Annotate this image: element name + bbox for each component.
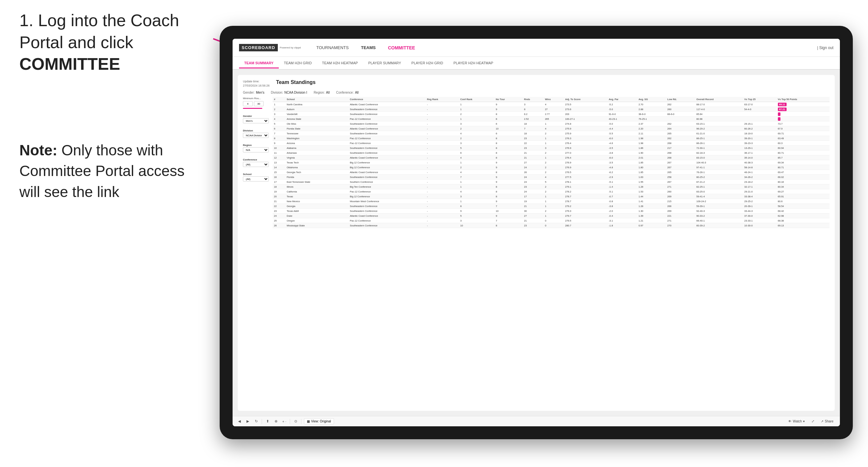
- nav-tournaments[interactable]: TOURNAMENTS: [310, 43, 354, 53]
- min-rou-control: Minimum Rou...: [243, 97, 269, 109]
- filter-section-school: School (All): [243, 173, 269, 182]
- col-rnds: Rnds: [523, 97, 544, 102]
- logo-area: SCOREBOARD Powered by clippd: [239, 44, 301, 51]
- region-select[interactable]: N/A All: [243, 147, 269, 152]
- col-conf-rank: Conf Rank: [459, 97, 495, 102]
- logo: SCOREBOARD: [239, 44, 278, 51]
- left-annotation: 1. Log into the Coach Portal and click C…: [20, 10, 200, 202]
- conference-select[interactable]: (All): [243, 162, 269, 167]
- table-row: 8WashingtonPac-12 Conference-28231276.3-…: [273, 136, 830, 141]
- sub-nav-team-h2h-grid[interactable]: TEAM H2H GRID: [279, 58, 317, 68]
- content-card: Update time: 27/03/2024 16:56:26 Team St…: [238, 75, 835, 411]
- main-content: Update time: 27/03/2024 16:56:26 Team St…: [232, 70, 840, 416]
- toolbar-sep3: [301, 419, 301, 424]
- tablet-screen: SCOREBOARD Powered by clippd TOURNAMENTS…: [232, 39, 840, 426]
- col-conference: Conference: [348, 97, 426, 102]
- filter-section-gender: Gender Men's Women's: [243, 115, 269, 123]
- min-rou-input1[interactable]: [243, 101, 253, 106]
- min-rou-input2[interactable]: [254, 101, 264, 106]
- nav-committee[interactable]: COMMITTEE: [382, 43, 421, 53]
- table-row: 22GeorgiaSoutheastern Conference-8721127…: [273, 204, 830, 209]
- nav-bar: SCOREBOARD Powered by clippd TOURNAMENTS…: [232, 39, 840, 57]
- update-time: Update time: 27/03/2024 16:56:26: [243, 80, 270, 88]
- col-no-tour: No Tour: [495, 97, 523, 102]
- table-row: 1North CarolinaAtlantic Coast Conference…: [273, 102, 830, 107]
- toolbar-share-icon[interactable]: ⬆: [265, 418, 270, 424]
- table-row: 26Mississippi StateSoutheastern Conferen…: [273, 223, 830, 228]
- table-header-row: # School Conference Reg Rank Conf Rank N…: [273, 97, 830, 102]
- table-row: 11ArkansasSoutheastern Conference-682122…: [273, 151, 830, 155]
- table-row: 18IllinoisBig Ten Conference-18232279.1-…: [273, 184, 830, 189]
- table-row: 4Arizona StatePac-12 Conference-182.5226…: [273, 117, 830, 121]
- col-overall-rec: Overall Record: [695, 97, 743, 102]
- card-header: Update time: 27/03/2024 16:56:26 Team St…: [243, 80, 830, 88]
- table-row: 9ArizonaPac-12 Conference-38221276.4-4.6…: [273, 141, 830, 146]
- watch-label: Watch: [793, 419, 802, 423]
- table-row: 13Texas TechBig 12 Conference-19272276.9…: [273, 160, 830, 165]
- toolbar-clock-icon[interactable]: ⊙: [293, 418, 299, 424]
- col-rank: #: [273, 97, 285, 102]
- bottom-toolbar: ◀ ▶ ↻ ⬆ ⊕ + · ⊙ ▦ View: Original 👁 Watch…: [232, 416, 840, 426]
- share-button[interactable]: ↗ Share: [818, 418, 836, 424]
- step-highlight: COMMITTEE: [20, 55, 120, 73]
- sub-nav-player-h2h-heatmap[interactable]: PLAYER H2H HEATMAP: [448, 58, 498, 68]
- card-title: Team Standings: [276, 80, 316, 85]
- view-original-button[interactable]: ▦ View: Original: [304, 418, 334, 424]
- table-row: 19CaliforniaPac-12 Conference-48242278.2…: [273, 189, 830, 194]
- step-text: 1. Log into the Coach Portal and click C…: [20, 10, 200, 75]
- sub-nav-team-h2h-heatmap[interactable]: TEAM H2H HEATMAP: [317, 58, 363, 68]
- step-instruction: Log into the Coach Portal and click: [20, 11, 179, 52]
- toolbar-expand-icon[interactable]: ⤢: [810, 418, 816, 424]
- toolbar-back-icon[interactable]: ◀: [237, 418, 242, 424]
- filter-division: Division: NCAA Division I: [271, 91, 307, 94]
- table-row: 23Texas A&MSoutheastern Conference-91030…: [273, 209, 830, 214]
- nav-teams[interactable]: TEAMS: [355, 43, 381, 53]
- toolbar-reload-icon[interactable]: ↻: [253, 418, 259, 424]
- division-select[interactable]: NCAA Division I NCAA Division II NCAA Di…: [243, 133, 269, 138]
- col-vs-top25: Vs Top 25: [743, 97, 777, 102]
- tablet-device: SCOREBOARD Powered by clippd TOURNAMENTS…: [220, 26, 853, 439]
- sign-out-link[interactable]: | Sign out: [817, 45, 834, 50]
- filter-section-conference: Conference (All): [243, 158, 269, 167]
- col-vs-top50: Vs Top 50 Points: [777, 97, 830, 102]
- toolbar-bookmark-icon[interactable]: ⊕: [273, 418, 279, 424]
- table-row: 25OregonPac-12 Conference-37210279.5-3.1…: [273, 218, 830, 223]
- school-select[interactable]: (All): [243, 176, 269, 182]
- col-school: School: [285, 97, 348, 102]
- slider-track: [243, 108, 262, 109]
- sub-nav: TEAM SUMMARY TEAM H2H GRID TEAM H2H HEAT…: [232, 57, 840, 70]
- sub-nav-player-summary[interactable]: PLAYER SUMMARY: [363, 58, 406, 68]
- toolbar-sep2: [290, 419, 290, 424]
- watch-button[interactable]: 👁 Watch ▾: [786, 418, 807, 424]
- toolbar-plus-icon[interactable]: + ·: [281, 418, 287, 424]
- share-icon: ↗: [821, 419, 824, 423]
- table-row: 2AuburnSoutheastern Conference-19627273.…: [273, 107, 830, 112]
- table-row: 24DukeAtlantic Coast Conference-59271279…: [273, 214, 830, 218]
- filter-gender: Gender: Men's: [243, 91, 265, 94]
- eye-icon: 👁: [788, 419, 792, 423]
- table-row: 3VanderbiltSoutheastern Conference-286.2…: [273, 112, 830, 117]
- table-area: # School Conference Reg Rank Conf Rank N…: [273, 97, 830, 411]
- filters-sidebar: Minimum Rou... Gender Men's: [243, 97, 269, 411]
- table-row: 15Georgia TechAtlantic Coast Conference-…: [273, 170, 830, 175]
- watch-dropdown-icon: ▾: [803, 419, 805, 423]
- table-row: 16FloridaSoutheastern Conference-7924427…: [273, 175, 830, 180]
- sub-nav-player-h2h-grid[interactable]: PLAYER H2H GRID: [406, 58, 448, 68]
- toolbar-right: 👁 Watch ▾ ⤢ ↗ Share: [786, 418, 836, 424]
- note-text: Note: Only those with Committee Portal a…: [20, 140, 200, 202]
- table-row: 5Ole MissSoutheastern Conference-3618127…: [273, 121, 830, 126]
- col-avg-par: Avg. Par: [607, 97, 637, 102]
- filter-region: Region: All: [314, 91, 330, 94]
- nav-items: TOURNAMENTS TEAMS COMMITTEE: [310, 43, 817, 53]
- table-row: 7TennesseeSoutheastern Conference-461822…: [273, 131, 830, 136]
- table-row: 14OklahomaBig 12 Conference-29242276.9-4…: [273, 165, 830, 170]
- col-avg-sg: Avg. SG: [637, 97, 666, 102]
- table-row: 6Florida StateAtlantic Coast Conference-…: [273, 126, 830, 131]
- table-row: 17East Tennessee StateSouthern Conferenc…: [273, 180, 830, 184]
- toolbar-forward-icon[interactable]: ▶: [245, 418, 251, 424]
- step-number: 1.: [20, 11, 33, 30]
- gender-select[interactable]: Men's Women's: [243, 118, 269, 123]
- table-row: 10AlabamaSoutheastern Conference-5823327…: [273, 146, 830, 151]
- sub-nav-team-summary[interactable]: TEAM SUMMARY: [239, 58, 279, 68]
- col-wins: Wins: [544, 97, 564, 102]
